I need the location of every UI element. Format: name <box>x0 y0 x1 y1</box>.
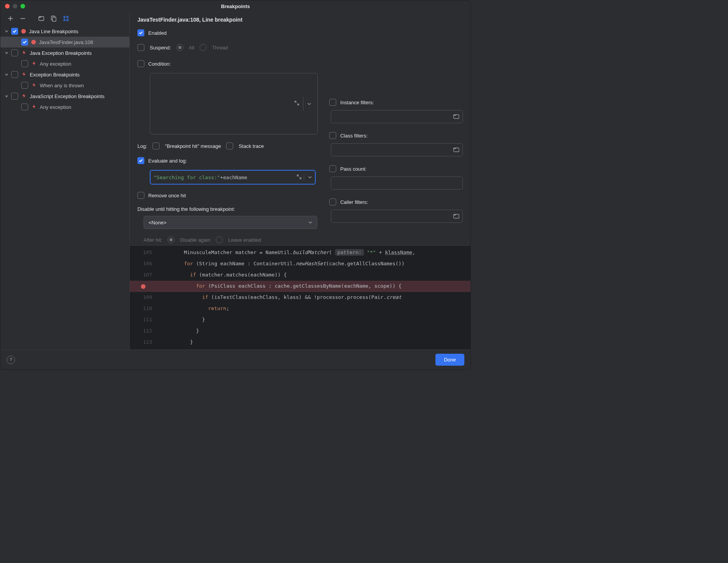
tree-item-label: Any exception <box>40 104 71 110</box>
detail-title: JavaTestFinder.java:108, Line breakpoint <box>130 12 471 27</box>
help-icon[interactable]: ? <box>7 356 15 364</box>
content-area: Java Line BreakpointsJavaTestFinder.java… <box>0 12 471 349</box>
preview-icon[interactable] <box>61 13 71 24</box>
condition-checkbox[interactable] <box>137 60 144 67</box>
remove-once-checkbox[interactable] <box>137 192 144 199</box>
breakpoint-enable-checkbox[interactable] <box>21 82 28 89</box>
breakpoint-enable-checkbox[interactable] <box>11 71 18 78</box>
eval-row: Evaluate and log: <box>137 155 318 166</box>
tree-item[interactable]: Any exception <box>0 58 129 69</box>
caller-filters-input[interactable] <box>331 210 463 223</box>
tree-group[interactable]: Exception Breakpoints <box>0 69 129 80</box>
group-by-file-icon[interactable] <box>48 13 59 24</box>
breakpoint-enable-checkbox[interactable] <box>11 28 18 35</box>
code-line: 110 return; <box>130 303 471 314</box>
svg-rect-2 <box>52 17 56 22</box>
group-by-package-icon[interactable] <box>36 13 47 24</box>
line-number: 111 <box>130 315 157 325</box>
form: Enabled Suspend: All Thread Condition: <box>130 27 471 245</box>
chevron-down-icon[interactable] <box>303 97 314 111</box>
log-stack-checkbox[interactable] <box>226 142 233 149</box>
exception-bolt-icon <box>31 104 37 110</box>
window-title: Breakpoints <box>0 3 471 9</box>
code-line: 105 MinusculeMatcher matcher = NameUtil.… <box>130 247 471 258</box>
tree-item[interactable]: JavaTestFinder.java:108 <box>0 37 129 47</box>
expand-icon[interactable] <box>295 175 304 180</box>
exception-bolt-icon <box>31 61 37 67</box>
folder-icon[interactable] <box>453 114 459 120</box>
line-number: 106 <box>130 259 157 269</box>
chevron-down-icon[interactable] <box>3 51 10 55</box>
line-number: 113 <box>130 337 157 347</box>
enabled-label: Enabled <box>148 30 167 36</box>
add-breakpoint-icon[interactable] <box>5 13 16 24</box>
class-filters-label: Class filters: <box>340 133 367 139</box>
done-button[interactable]: Done <box>435 354 464 366</box>
tree-item[interactable]: Any exception <box>0 102 129 112</box>
breakpoints-tree[interactable]: Java Line BreakpointsJavaTestFinder.java… <box>0 25 129 349</box>
pass-count-input[interactable] <box>331 176 463 190</box>
breakpoint-enable-checkbox[interactable] <box>11 49 18 56</box>
code-line: 107 if (matcher.matches(eachName)) { <box>130 270 471 281</box>
folder-icon[interactable] <box>453 213 459 220</box>
leave-enabled-radio[interactable] <box>216 236 223 243</box>
eval-input[interactable]: "Searching for class:" + eachName <box>150 170 316 185</box>
code-text: } <box>160 326 471 336</box>
breakpoint-enable-checkbox[interactable] <box>21 60 28 67</box>
caller-filters-checkbox[interactable] <box>329 198 336 205</box>
tree-group[interactable]: JavaScript Exception Breakpoints <box>0 91 129 102</box>
suspend-thread-label: Thread <box>212 45 228 51</box>
code-text: MinusculeMatcher matcher = NameUtil.buil… <box>160 248 471 258</box>
breakpoint-enable-checkbox[interactable] <box>21 103 28 110</box>
instance-filters-input[interactable] <box>331 110 463 123</box>
breakpoints-dialog: Breakpoints Java Line BreakpointsJavaTes… <box>0 0 471 370</box>
disable-until-select[interactable]: <None> <box>144 216 317 229</box>
sidebar-toolbar <box>0 12 129 25</box>
remove-breakpoint-icon[interactable] <box>17 13 28 24</box>
after-hit-row: After hit: Disable again Leave enabled <box>137 234 318 245</box>
chevron-down-icon[interactable] <box>3 29 10 33</box>
tree-item[interactable]: When any is thrown <box>0 80 129 91</box>
breakpoint-gutter-icon[interactable] <box>130 284 157 289</box>
code-text: for (String eachName : ContainerUtil.new… <box>160 259 471 269</box>
chevron-down-icon[interactable] <box>3 73 10 76</box>
condition-input[interactable] <box>150 73 318 134</box>
exception-bolt-icon <box>21 50 27 56</box>
code-text: if (matcher.matches(eachName)) { <box>160 270 471 280</box>
after-hit-label: After hit: <box>144 237 162 243</box>
instance-filters-label: Instance filters: <box>340 100 374 105</box>
tree-item-label: When any is thrown <box>40 83 84 88</box>
class-filters-checkbox[interactable] <box>329 132 336 139</box>
chevron-down-icon[interactable] <box>3 94 10 98</box>
code-preview: 105 MinusculeMatcher matcher = NameUtil.… <box>130 245 471 349</box>
folder-icon[interactable] <box>453 147 459 153</box>
code-line: 111 } <box>130 314 471 326</box>
expand-icon[interactable] <box>291 101 303 107</box>
suspend-thread-radio[interactable] <box>200 44 207 51</box>
breakpoint-dot-icon <box>31 40 36 44</box>
tree-group[interactable]: Java Line Breakpoints <box>0 26 129 37</box>
log-hit-checkbox[interactable] <box>152 142 159 149</box>
disable-again-label: Disable again <box>180 237 210 243</box>
eval-checkbox[interactable] <box>137 157 144 164</box>
tree-group[interactable]: Java Exception Breakpoints <box>0 47 129 58</box>
suspend-checkbox[interactable] <box>137 44 144 51</box>
suspend-all-radio[interactable] <box>176 44 183 51</box>
disable-again-radio[interactable] <box>168 236 174 243</box>
breakpoint-dot-icon <box>21 29 26 34</box>
chevron-down-icon[interactable] <box>304 175 312 180</box>
remove-once-row: Remove once hit <box>137 190 318 201</box>
enabled-checkbox[interactable] <box>137 29 144 36</box>
detail-panel: JavaTestFinder.java:108, Line breakpoint… <box>130 12 471 349</box>
code-text: for (PsiClass eachClass : cache.getClass… <box>160 282 471 291</box>
suspend-row: Suspend: All Thread <box>137 42 318 53</box>
class-filters-input[interactable] <box>331 143 463 156</box>
eval-label: Evaluate and log: <box>148 158 187 164</box>
caller-filters-label: Caller filters: <box>340 199 368 205</box>
pass-count-checkbox[interactable] <box>329 165 336 172</box>
breakpoint-enable-checkbox[interactable] <box>21 39 28 46</box>
breakpoint-enable-checkbox[interactable] <box>11 93 18 100</box>
tree-item-label: Java Exception Breakpoints <box>30 50 91 56</box>
instance-filters-checkbox[interactable] <box>329 99 336 106</box>
tree-item-label: Java Line Breakpoints <box>29 29 78 34</box>
